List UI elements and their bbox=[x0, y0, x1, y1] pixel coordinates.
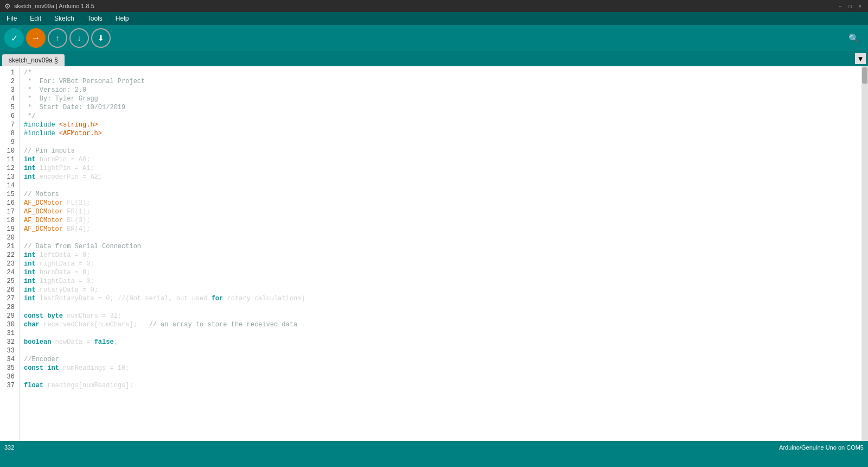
code-line: AF_DCMotor FR(1); bbox=[24, 207, 857, 216]
code-line: int hornData = 0; bbox=[24, 268, 857, 277]
code-line: boolean newData = false; bbox=[24, 338, 857, 346]
code-line: //Encoder bbox=[24, 355, 857, 364]
menu-edit[interactable]: Edit bbox=[28, 14, 43, 23]
code-line: int hornPin = A0; bbox=[24, 155, 857, 164]
code-line: #include <AFMotor.h> bbox=[24, 129, 857, 138]
code-line: const byte numChars = 32; bbox=[24, 312, 857, 320]
code-line: int rotaryData = 0; bbox=[24, 286, 857, 294]
menu-help[interactable]: Help bbox=[113, 14, 131, 23]
search-button[interactable]: 🔍 bbox=[844, 28, 864, 48]
upload-button[interactable]: → bbox=[26, 28, 46, 48]
code-line: char receivedChars[numChars]; // an arra… bbox=[24, 320, 857, 329]
code-line: * For: VRBot Personal Project bbox=[24, 77, 857, 86]
line-numbers: 1234567891011121314151617181920212223242… bbox=[0, 66, 20, 441]
maximize-button[interactable]: □ bbox=[846, 2, 854, 10]
code-line bbox=[24, 181, 857, 190]
code-line bbox=[24, 373, 857, 381]
code-line: int lightData = 0; bbox=[24, 277, 857, 286]
app-icon: ⚙ bbox=[4, 2, 11, 10]
code-line: float readings[numReadings]; bbox=[24, 381, 857, 390]
tab-bar: sketch_nov09a § ▼ bbox=[0, 51, 868, 66]
toolbar-right: 🔍 bbox=[844, 28, 864, 48]
menu-tools[interactable]: Tools bbox=[85, 14, 105, 23]
title-bar-controls[interactable]: − □ × bbox=[837, 2, 864, 10]
code-line: int encoderPin = A2; bbox=[24, 173, 857, 181]
minimize-button[interactable]: − bbox=[837, 2, 844, 10]
status-board: Arduino/Genuine Uno on COM5 bbox=[779, 444, 864, 451]
code-line: /* bbox=[24, 68, 857, 77]
code-line bbox=[24, 329, 857, 338]
code-line: AF_DCMotor FL(2); bbox=[24, 199, 857, 207]
save-button[interactable]: ⬇ bbox=[91, 28, 111, 48]
close-button[interactable]: × bbox=[856, 2, 864, 10]
code-line: int lastRotaryData = 0; //(Not serial, b… bbox=[24, 294, 857, 303]
code-line: * Version: 2.0 bbox=[24, 86, 857, 94]
code-line: const int numReadings = 10; bbox=[24, 364, 857, 373]
tab-sketch[interactable]: sketch_nov09a § bbox=[2, 54, 65, 66]
code-line: */ bbox=[24, 112, 857, 121]
tab-dropdown-button[interactable]: ▼ bbox=[855, 53, 866, 64]
menu-sketch[interactable]: Sketch bbox=[52, 14, 76, 23]
code-line: int rightData = 0; bbox=[24, 260, 857, 268]
code-line: #include <string.h> bbox=[24, 121, 857, 129]
toolbar: ✓ → ↑ ↓ ⬇ 🔍 bbox=[0, 25, 868, 51]
title-bar-left: ⚙ sketch_nov09a | Arduino 1.8.5 bbox=[4, 2, 94, 10]
code-line: int lightPin = A1; bbox=[24, 164, 857, 173]
code-line: * Start Date: 10/01/2019 bbox=[24, 103, 857, 112]
code-line: // Pin inputs bbox=[24, 147, 857, 155]
title-bar-text: sketch_nov09a | Arduino 1.8.5 bbox=[14, 3, 94, 9]
code-line: int leftData = 0; bbox=[24, 251, 857, 260]
open-button[interactable]: ↓ bbox=[69, 28, 89, 48]
status-bar: 332 Arduino/Genuine Uno on COM5 bbox=[0, 441, 868, 454]
vertical-scrollbar[interactable] bbox=[861, 66, 868, 441]
verify-button[interactable]: ✓ bbox=[4, 28, 24, 48]
menu-file[interactable]: File bbox=[4, 14, 19, 23]
code-line: AF_DCMotor BR(4); bbox=[24, 225, 857, 234]
bottom-bar bbox=[0, 454, 868, 467]
code-line bbox=[24, 234, 857, 242]
code-line: * By: Tyler Gragg bbox=[24, 94, 857, 103]
code-line: // Data from Serial Connection bbox=[24, 242, 857, 251]
tab-label: sketch_nov09a § bbox=[9, 56, 58, 64]
title-bar: ⚙ sketch_nov09a | Arduino 1.8.5 − □ × bbox=[0, 0, 868, 12]
menu-bar: File Edit Sketch Tools Help bbox=[0, 12, 868, 25]
scrollbar-thumb[interactable] bbox=[862, 67, 867, 84]
code-line bbox=[24, 346, 857, 355]
code-content[interactable]: /* * For: VRBot Personal Project * Versi… bbox=[20, 66, 861, 441]
code-line bbox=[24, 138, 857, 147]
code-line: AF_DCMotor BL(3); bbox=[24, 216, 857, 225]
new-button[interactable]: ↑ bbox=[48, 28, 67, 48]
code-line: // Motors bbox=[24, 190, 857, 199]
code-line bbox=[24, 303, 857, 312]
editor-area: 1234567891011121314151617181920212223242… bbox=[0, 66, 868, 441]
status-line: 332 bbox=[4, 444, 14, 451]
